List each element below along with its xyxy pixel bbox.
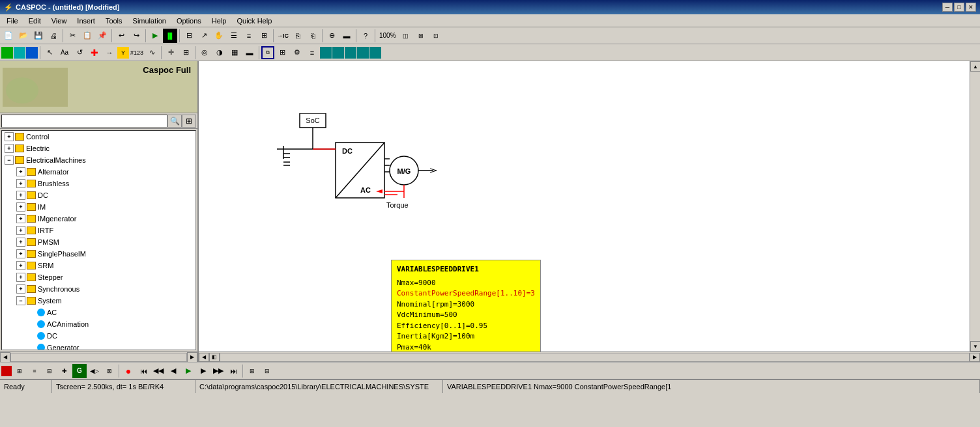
tree-item-im[interactable]: + IM — [2, 201, 195, 213]
list2-tool[interactable]: ≡ — [242, 29, 256, 43]
teal-sq2[interactable] — [332, 47, 344, 59]
tree-item-ac[interactable]: AC — [2, 307, 195, 318]
list-tool[interactable]: ☰ — [227, 29, 241, 43]
bt-next-next[interactable]: ⏭ — [226, 364, 240, 378]
grid-btn[interactable]: ⊞ — [179, 46, 193, 60]
ic-btn[interactable]: →IC — [276, 29, 290, 43]
paste2-btn[interactable]: ⎘ — [291, 29, 305, 43]
copy3-btn[interactable]: ⊞ — [275, 46, 289, 60]
bt-tool3[interactable]: ⊟ — [42, 364, 57, 378]
bar-chart-btn[interactable]: ▦ — [227, 46, 242, 60]
scope-btn[interactable]: ⧉ — [261, 46, 274, 59]
teal-sq1[interactable] — [320, 47, 332, 59]
cut-button[interactable]: ✂ — [65, 29, 79, 43]
tree-item-alternator[interactable]: + Alternator — [2, 166, 195, 178]
bt-prev-prev[interactable]: ⏮ — [136, 364, 151, 378]
menu-tools[interactable]: Tools — [100, 14, 128, 27]
help-btn[interactable]: ? — [358, 29, 373, 43]
tool2[interactable]: ↗ — [197, 29, 211, 43]
tree-item-dc[interactable]: + DC — [2, 189, 195, 201]
tree-item-synchronous[interactable]: + Synchronous — [2, 283, 195, 295]
wave-btn[interactable]: ∿ — [145, 46, 159, 60]
hand-tool[interactable]: ✋ — [212, 29, 226, 43]
canvas-scrollbar-y[interactable]: ▲ ▼ — [970, 61, 980, 351]
tree-item-electric[interactable]: + Electric — [2, 143, 195, 154]
bar-btn[interactable]: ▬ — [339, 29, 354, 43]
tree-item-stepper[interactable]: + Stepper — [2, 271, 195, 283]
paste3-btn[interactable]: ⎗ — [306, 29, 320, 43]
bt-tool1[interactable]: ⊞ — [12, 364, 27, 378]
plus-cross-btn[interactable]: ✛ — [164, 46, 178, 60]
minimize-button[interactable]: ─ — [942, 3, 953, 12]
copy-button[interactable]: 📋 — [80, 29, 94, 43]
bt-green-g[interactable]: G — [72, 364, 87, 378]
menu-insert[interactable]: Insert — [72, 14, 100, 27]
expander-electric[interactable]: + — [5, 144, 14, 153]
scroll-right-arrow[interactable]: ▶ — [187, 352, 197, 363]
gear-btn[interactable]: ⚙ — [290, 46, 304, 60]
wire-btn[interactable]: ⊕ — [324, 29, 339, 43]
bt-tool4[interactable]: ✚ — [57, 364, 72, 378]
expander-control[interactable]: + — [5, 132, 14, 141]
teal-sq4[interactable] — [357, 47, 369, 59]
expander-stepper[interactable]: + — [16, 273, 25, 282]
arrow-btn[interactable]: → — [102, 46, 117, 60]
tree-item-imgenerator[interactable]: + IMgenerator — [2, 213, 195, 225]
menu-options[interactable]: Options — [171, 14, 207, 27]
list4-btn[interactable]: ≡ — [305, 46, 319, 60]
canvas-scroll-small[interactable]: ◧ — [209, 353, 220, 362]
tree-item-brushless[interactable]: + Brushless — [2, 178, 195, 189]
bt-red-dot[interactable]: ● — [121, 364, 136, 378]
tree-item-acanimation[interactable]: ACAnimation — [2, 318, 195, 330]
expander-pmsm[interactable]: + — [16, 238, 25, 247]
color-teal-btn[interactable] — [14, 47, 25, 59]
color-green-btn[interactable] — [1, 47, 13, 59]
pie-btn[interactable]: ◑ — [212, 46, 227, 60]
bt-tool2[interactable]: ≡ — [27, 364, 42, 378]
num-btn[interactable]: #123 — [130, 46, 144, 60]
paste-button[interactable]: 📌 — [95, 29, 109, 43]
color-blue-btn[interactable] — [26, 47, 38, 59]
tree-item-singlephase[interactable]: + SinglePhaseIM — [2, 248, 195, 260]
scroll-up-arrow[interactable]: ▲ — [970, 61, 980, 72]
tree-item-irtf[interactable]: + IRTF — [2, 225, 195, 236]
tree-item-dc2[interactable]: DC — [2, 330, 195, 342]
expander-synchronous[interactable]: + — [16, 284, 25, 294]
circle-btn[interactable]: ◎ — [197, 46, 212, 60]
run2-button[interactable]: ▐▌ — [163, 29, 177, 43]
expander-system[interactable]: − — [16, 296, 25, 305]
scroll-down-arrow[interactable]: ▼ — [970, 341, 980, 351]
menu-quickhelp[interactable]: Quick Help — [231, 14, 277, 27]
canvas-scroll-left[interactable]: ◀ — [199, 353, 209, 362]
save-button[interactable]: 💾 — [31, 29, 46, 43]
canvas-inner[interactable]: SoC DC — [199, 61, 970, 351]
scroll-left-arrow[interactable]: ◀ — [0, 352, 10, 363]
tree-scrollbar-x[interactable]: ◀ ▶ — [0, 351, 197, 362]
search-options-button[interactable]: ⊞ — [182, 115, 196, 128]
bt-tool8[interactable]: ⊟ — [260, 364, 274, 378]
menu-help[interactable]: Help — [207, 14, 232, 27]
tree-item-pmsm[interactable]: + PMSM — [2, 236, 195, 248]
new-button[interactable]: 📄 — [1, 29, 16, 43]
tree-item-electricalmachines[interactable]: − ElectricalMachines — [2, 154, 195, 166]
rotate-btn[interactable]: ↺ — [72, 46, 87, 60]
undo-button[interactable]: ↩ — [114, 29, 128, 43]
run-button[interactable]: ▶ — [148, 29, 162, 43]
teal-sq5[interactable] — [369, 47, 381, 59]
tree-item-system[interactable]: − System — [2, 295, 195, 307]
search-input[interactable] — [1, 115, 167, 128]
cursor-btn[interactable]: ↖ — [42, 46, 57, 60]
menu-view[interactable]: View — [46, 14, 72, 27]
bt-fast-fwd[interactable]: ▶▶ — [211, 364, 225, 378]
list3-tool[interactable]: ⊞ — [257, 29, 271, 43]
expander-electricalmachines[interactable]: − — [5, 156, 14, 165]
expander-imgenerator[interactable]: + — [16, 214, 25, 223]
tool1[interactable]: ⊟ — [182, 29, 196, 43]
bt-step-back[interactable]: ◀ — [166, 364, 180, 378]
search-button[interactable]: 🔍 — [167, 115, 182, 128]
text-btn[interactable]: Aa — [57, 46, 72, 60]
menu-edit[interactable]: Edit — [23, 14, 46, 27]
bt-tool6[interactable]: ⊠ — [102, 364, 117, 378]
expander-im[interactable]: + — [16, 202, 25, 212]
tree-item-srm[interactable]: + SRM — [2, 260, 195, 271]
